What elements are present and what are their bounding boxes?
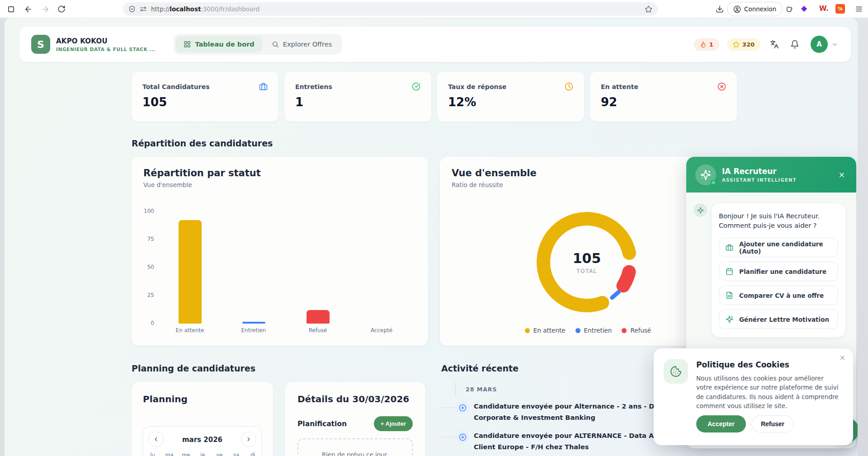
legend-dot-refuse [622,328,627,333]
header-actions: 1 320 A [694,36,838,53]
reload-icon[interactable] [56,4,67,14]
donut-chart-title: Vue d'ensemble [452,168,724,179]
chevron-down-icon [831,41,838,48]
stat-card-total: Total Candidatures 105 [132,72,278,122]
user-name: AKPO KOKOU [56,37,156,45]
planification-label: Planification [297,420,347,428]
ai-panel-title: IA Recruteur [722,167,797,176]
app-logo[interactable]: S [31,35,50,54]
sparkle-icon [693,203,707,217]
stat-card-response-rate: Taux de réponse 12% [437,72,584,122]
accept-cookies-button[interactable]: Accepter [696,415,746,432]
ai-action-compare-cv[interactable]: Comparer CV à une offre [719,286,838,305]
planning-title: Planning [143,394,262,404]
bar-chart-title: Répartition par statut [143,168,416,179]
empty-day-box: Rien de prévu ce jour. [297,438,413,456]
bar-entretien [242,322,265,324]
day-details-title: Détails du 30/03/2026 [297,394,413,404]
tab-overview-icon[interactable] [5,4,16,14]
calendar-icon [726,268,733,275]
bar-refuse [307,310,330,324]
legend-dot-entretien [576,328,580,333]
bars-area [159,211,412,324]
online-status-dot [711,180,716,185]
ai-panel-subtitle: ASSISTANT INTELLIGENT [722,178,797,183]
cookie-popup: Politique des Cookies Nous utilisons des… [654,348,853,445]
search-icon [272,41,279,48]
briefcase-icon [726,244,733,251]
extension-diamond-icon[interactable]: ◆ [801,4,807,13]
scrollbar-track[interactable] [858,18,868,456]
clock-icon [565,82,573,91]
user-title: INGENIEUR DATA & FULL STACK ... [56,47,156,52]
back-icon[interactable] [23,4,33,14]
day-details-card: Détails du 30/03/2026 Planification + Aj… [285,382,425,456]
forward-icon[interactable] [40,4,51,14]
downloads-icon[interactable] [714,4,725,14]
profile-menu[interactable]: A [811,36,838,53]
timeline-connector [441,437,456,437]
menu-hamburger-icon[interactable] [854,4,864,14]
section-title-activity: Activité récente [441,363,519,373]
section-title-repartition: Répartition des candidatures [132,138,273,148]
tab-dashboard[interactable]: Tableau de bord [176,36,262,52]
cookie-text: Nous utilisons des cookies pour améliore… [696,374,839,410]
streak-badge[interactable]: 1 [694,38,719,51]
star-icon [733,41,740,48]
extension-w-icon[interactable]: W. [819,5,829,13]
connexion-button[interactable]: Connexion [727,2,783,16]
donut-center: 105 TOTAL [524,199,650,325]
bookmark-star-icon[interactable] [645,5,652,13]
extension-icon[interactable] [784,4,795,14]
sparkles-avatar-icon [695,165,716,185]
plus-circle-icon[interactable] [456,401,469,414]
bar-chart-card: Répartition par statut Vue d'ensemble 10… [132,157,428,346]
section-title-planning: Planning de candidatures [132,363,255,373]
close-icon[interactable] [836,169,847,180]
timeline-bar [455,382,456,396]
file-text-icon [726,291,733,299]
app-header: S AKPO KOKOU INGENIEUR DATA & FULL STACK… [19,27,851,62]
x-circle-icon [717,82,726,91]
browser-toolbar: http://localhost:3000/fr/dashboard Conne… [0,0,868,18]
cookie-icon [664,359,688,384]
cookie-title: Politique des Cookies [696,360,789,369]
donut-chart-subtitle: Ratio de réussite [452,181,724,188]
ai-message-bubble: Bonjour ! Je suis l'IA Recruteur. Commen… [712,203,845,337]
planning-card: Planning mars 2026 lu ma me je ve sa di [132,382,273,456]
shield-check-icon [128,5,136,13]
timeline-connector [441,407,456,408]
bar-en-attente [179,220,202,324]
ai-greeting: Bonjour ! Je suis l'IA Recruteur. Commen… [719,212,838,230]
refuse-cookies-button[interactable]: Refuser [751,415,794,432]
plus-circle-icon[interactable] [456,430,469,444]
tab-explore-offers[interactable]: Explorer Offres [264,36,340,52]
calendar: mars 2026 lu ma me je ve sa di [143,426,262,456]
check-circle-icon [412,82,420,91]
url-bar[interactable]: http://localhost:3000/fr/dashboard [123,2,658,16]
ai-panel-header: IA Recruteur ASSISTANT INTELLIGENT [686,157,856,193]
legend-dot-en-attente [525,328,530,333]
account-icon [733,5,741,13]
brand-block: AKPO KOKOU INGENIEUR DATA & FULL STACK .… [56,37,156,52]
extension-fraction-icon[interactable]: ¾ [835,4,845,14]
bar-chart-subtitle: Vue d'ensemble [143,181,416,188]
sparkles-icon [726,315,733,323]
avatar: A [811,36,828,53]
close-icon[interactable] [839,354,846,361]
main-nav: Tableau de bord Explorer Offres [174,34,342,55]
ai-action-generate-letter[interactable]: Générer Lettre Motivation [719,310,838,329]
stat-card-interviews: Entretiens 1 [284,72,431,122]
flame-icon [700,41,707,48]
ai-action-plan-application[interactable]: Planifier une candidature [719,262,838,281]
permissions-toggles-icon[interactable] [140,5,147,13]
url-text: http://localhost:3000/fr/dashboard [151,5,259,13]
stat-card-pending: En attente 92 [590,72,737,122]
ai-action-add-application[interactable]: Ajouter une candidature (Auto) [719,238,838,257]
briefcase-icon [259,82,268,91]
language-icon[interactable] [768,38,781,51]
calendar-next-button[interactable] [241,432,256,447]
add-event-button[interactable]: + Ajouter [374,416,413,431]
bell-icon[interactable] [788,38,801,51]
points-badge[interactable]: 320 [727,38,760,51]
